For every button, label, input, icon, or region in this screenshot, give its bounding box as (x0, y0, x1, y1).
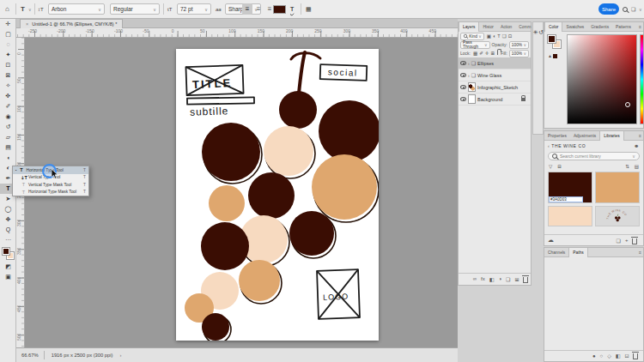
blur-tool[interactable]: ◖ (0, 153, 16, 163)
menu-item-vertical-type-mask-tool[interactable]: T Vertical Type Mask Tool T (13, 181, 88, 189)
workspace-caret-icon[interactable]: ∨ (639, 0, 642, 18)
new-path-icon[interactable]: ⊡ (624, 353, 629, 359)
library-color-swatch[interactable]: #3A0D03 (548, 172, 592, 203)
object-selection-tool[interactable]: ✦ (0, 50, 16, 60)
clone-stamp-tool[interactable]: ◉ (0, 112, 16, 122)
hue-slider[interactable] (640, 34, 644, 124)
sync-status-icon[interactable]: ☁ (548, 237, 554, 244)
library-logo-item[interactable]: THE WINE CO (595, 206, 640, 226)
eyedropper-tool[interactable]: ✧ (0, 81, 16, 91)
collaborators-icon[interactable]: ☻ (634, 143, 640, 148)
quick-mask-tool[interactable]: ◩ (0, 262, 16, 272)
layer-row-ellipses[interactable]: › ❏ Ellipses (459, 57, 531, 69)
tab-libraries[interactable]: Libraries (599, 131, 623, 141)
color-swatches[interactable] (0, 247, 16, 262)
crop-tool[interactable]: ⊡ (0, 60, 16, 70)
font-family-select[interactable]: Arbon∨ (48, 3, 105, 15)
sort-items-icon[interactable]: ⇅ (625, 164, 629, 169)
warp-text-icon[interactable]: T (290, 0, 294, 18)
color-picker-ring[interactable] (625, 102, 630, 107)
tab-channels[interactable]: Channels (544, 248, 568, 257)
tab-swatches[interactable]: Swatches (562, 22, 587, 32)
text-color-swatch[interactable] (273, 5, 286, 14)
blend-mode-select[interactable]: Pass Through∨ (460, 41, 490, 49)
tab-patterns[interactable]: Patterns (612, 22, 635, 32)
filter-shape-layers-icon[interactable]: ❏ (502, 33, 507, 39)
foreground-color-swatch[interactable] (3, 248, 9, 255)
expand-chevron-icon[interactable]: › (468, 73, 470, 78)
brush-tool[interactable]: ✐ (0, 101, 16, 112)
zoom-level-field[interactable]: 66.67% (16, 351, 45, 359)
hand-tool[interactable]: ✥ (0, 214, 16, 225)
lock-pixels-icon[interactable]: ✐ (479, 51, 483, 56)
layer-effects-icon[interactable]: fx (481, 276, 485, 281)
close-tab-icon[interactable]: × (26, 21, 28, 27)
toggle-panels-icon[interactable]: ▦ (306, 0, 312, 18)
delete-icon[interactable] (632, 238, 637, 244)
horizontal-ruler[interactable]: -250-200-150-100-50050100150200250300350… (16, 28, 458, 38)
saturation-brightness-field[interactable] (567, 34, 637, 124)
zoom-tool[interactable]: Q (0, 225, 16, 235)
filter-kind-select[interactable]: Kind ∨ (460, 33, 484, 40)
text-orientation-icon[interactable]: ↕T (38, 0, 44, 18)
delete-path-icon[interactable] (633, 353, 638, 359)
visibility-eye-icon[interactable] (460, 97, 466, 101)
panel-menu-icon[interactable]: ≡ (639, 24, 641, 29)
fill-select[interactable]: 100% ∨ (509, 50, 529, 57)
tab-color[interactable]: Color (544, 22, 562, 32)
home-icon[interactable]: ⌂ (5, 0, 9, 18)
font-style-select[interactable]: Regular∨ (110, 3, 160, 15)
menu-item-horizontal-type-mask-tool[interactable]: T Horizontal Type Mask Tool T (13, 189, 88, 196)
lock-position-icon[interactable]: ✛ (485, 51, 489, 56)
new-library-group-icon[interactable]: ❏ (617, 238, 621, 244)
link-layers-icon[interactable]: ∞ (473, 276, 477, 281)
filter-items-icon[interactable]: ▽ (549, 164, 552, 169)
foreground-color-swatch[interactable] (548, 35, 556, 43)
move-tool[interactable]: ✛ (0, 19, 16, 29)
library-color-swatch[interactable] (548, 206, 592, 226)
filter-adjustment-layers-icon[interactable]: ◐ (493, 33, 495, 39)
gamut-warning[interactable]: ▲ (548, 53, 557, 58)
tab-history[interactable]: Histor (479, 22, 497, 32)
filter-smart-objects-icon[interactable]: ⊡ (508, 33, 513, 39)
align-left-button[interactable]: ≡ (242, 3, 252, 15)
tab-gradients[interactable]: Gradients (587, 22, 612, 32)
tab-actions[interactable]: Action (497, 22, 515, 32)
tool-caret-icon[interactable]: ∨ (28, 0, 32, 18)
fill-path-icon[interactable]: ● (592, 353, 596, 359)
library-search-input[interactable]: Search current library ∨ (548, 152, 640, 160)
eraser-tool[interactable]: ▱ (0, 132, 16, 142)
layer-row-background[interactable]: Background (459, 94, 531, 106)
library-name[interactable]: THE WINE CO (551, 143, 586, 148)
layer-row-infographic-sketch[interactable]: Infographic_Sketch (459, 81, 531, 94)
color-hex-label[interactable]: #3A0D03 (549, 196, 583, 202)
visibility-eye-icon[interactable] (460, 73, 466, 77)
workspace-icon[interactable]: ❏ (631, 0, 635, 18)
panel-menu-icon[interactable]: ≡ (639, 133, 641, 138)
font-size-select[interactable]: 72 pt∨ (177, 3, 211, 15)
lasso-tool[interactable]: ◌ (0, 39, 16, 50)
status-arrow-icon[interactable]: › (120, 353, 122, 358)
artboard[interactable]: TITLE subtille social LOGO (176, 49, 379, 341)
ellipse-tool[interactable]: ◯ (0, 204, 16, 214)
canvas-area[interactable]: TITLE subtille social LOGO (25, 38, 458, 347)
current-tool-icon[interactable]: T (21, 0, 25, 18)
add-library-item-icon[interactable]: + (625, 238, 629, 243)
new-layer-icon[interactable]: ⊞ (514, 276, 519, 282)
visibility-eye-icon[interactable] (460, 85, 466, 89)
path-as-selection-icon[interactable]: ◇ (607, 353, 611, 359)
adjustment-layer-icon[interactable]: ◑ (498, 276, 501, 281)
align-center-button[interactable]: ≡ (253, 3, 264, 15)
history-brush-tool[interactable]: ↺ (0, 122, 16, 132)
opacity-select[interactable]: 100% ∨ (509, 41, 529, 49)
layer-row-wine-glass[interactable]: › ❏ Wine Glass (459, 69, 531, 81)
tab-layers[interactable]: Layers (459, 22, 479, 32)
add-mask-icon[interactable]: ◧ (489, 276, 495, 282)
delete-layer-icon[interactable] (523, 277, 528, 283)
marquee-tool[interactable]: ▢ (0, 29, 16, 39)
filter-type-layers-icon[interactable]: T (497, 33, 500, 39)
panel-menu-icon[interactable]: ≡ (639, 250, 641, 255)
search-icon[interactable] (623, 0, 628, 18)
stroke-path-icon[interactable]: ○ (600, 353, 604, 359)
tab-adjustments[interactable]: Adjustments (570, 131, 599, 141)
